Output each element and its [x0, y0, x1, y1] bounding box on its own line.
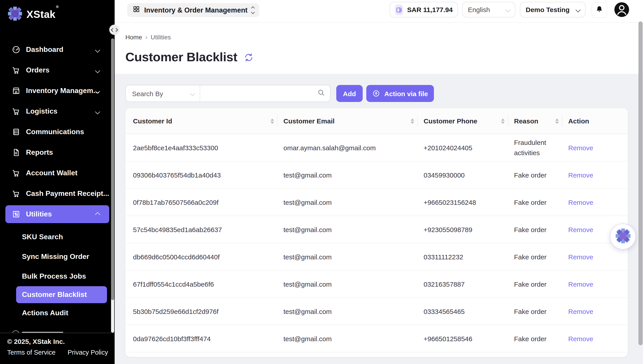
sidebar-scrollbar[interactable]	[111, 38, 114, 333]
table-header-row: Customer Id Customer Email Customer Phon…	[125, 108, 628, 134]
breadcrumb-separator: ›	[145, 33, 147, 41]
workspace-name: Inventory & Order Management	[144, 6, 248, 14]
chevron-down-icon	[96, 87, 99, 95]
sidebar-scrollbar-thumb[interactable]	[111, 38, 114, 300]
toolbar: Search By Add Action via file	[125, 85, 434, 102]
sidebar-item-utilities[interactable]: Utilities	[5, 205, 109, 223]
language-selector[interactable]: English	[462, 2, 515, 18]
subitem-label: Actions Audit	[22, 309, 68, 317]
cell-reason: Fake order	[508, 325, 562, 352]
cell-customer-id: 57c54bc49835ed1a6ab26637	[125, 216, 277, 243]
column-header-action: Action	[562, 108, 628, 134]
sidebar: XStak® Dashboard Orders	[0, 0, 115, 364]
page-scrollbar-thumb[interactable]	[638, 22, 642, 345]
chevron-down-icon	[96, 107, 99, 115]
action-via-file-button[interactable]: Action via file	[366, 85, 434, 102]
refresh-icon[interactable]	[244, 52, 254, 62]
wallet-balance[interactable]: SAR 11,177.94	[389, 2, 458, 18]
sort-icon[interactable]	[411, 118, 414, 124]
breadcrumb-home[interactable]: Home	[125, 33, 142, 40]
column-header-customer-id[interactable]: Customer Id	[125, 108, 277, 134]
sidebar-item-label: Logistics	[26, 107, 57, 115]
upload-icon	[372, 90, 380, 98]
sidebar-subitem-actions-audit[interactable]: Actions Audit	[0, 303, 115, 323]
column-label: Customer Phone	[423, 117, 477, 125]
remove-link[interactable]: Remove	[568, 279, 593, 289]
sidebar-item-label: Communications	[26, 128, 84, 136]
cart-icon	[12, 66, 21, 75]
bell-icon	[595, 5, 603, 15]
remove-link[interactable]: Remove	[568, 252, 593, 262]
sort-icon[interactable]	[271, 118, 274, 124]
notifications-button[interactable]	[591, 2, 607, 18]
sidebar-item-account-wallet[interactable]: Account Wallet	[0, 163, 115, 183]
sidebar-nav: Dashboard Orders Inventory Managem...	[0, 39, 115, 323]
chevron-up-icon	[96, 210, 99, 218]
chevron-right-icon	[114, 28, 118, 32]
column-label: Reason	[514, 117, 538, 125]
search-icon[interactable]	[317, 88, 325, 98]
table-row: 2ae5bf8ce1e4aaf333c53300 omar.ayman.sala…	[125, 134, 628, 162]
remove-link[interactable]: Remove	[568, 333, 593, 344]
cell-customer-phone: +966501258546	[417, 325, 508, 352]
user-avatar[interactable]	[614, 2, 629, 17]
cell-customer-phone: +201024024405	[417, 134, 508, 161]
sidebar-item-reports[interactable]: Reports	[0, 142, 115, 163]
cell-customer-phone: 03311112232	[417, 243, 508, 270]
cell-customer-id: db669d6c05004ccd6d60440f	[125, 243, 277, 270]
sidebar-item-cash-payment-receipt[interactable]: Cash Payment Receipt...	[0, 183, 115, 204]
cell-reason: Fraudulent activities	[508, 134, 562, 161]
page-scrollbar[interactable]	[638, 22, 642, 345]
search-by-label: Search By	[132, 90, 163, 97]
column-divider	[562, 115, 562, 127]
main-content: Inventory & Order Management SAR 11,177.…	[115, 0, 643, 364]
column-header-customer-phone[interactable]: Customer Phone	[417, 108, 508, 134]
remove-link[interactable]: Remove	[568, 306, 593, 316]
app-viewport: XStak® Dashboard Orders	[0, 0, 643, 364]
sidebar-item-communications[interactable]: Communications	[0, 122, 115, 142]
sidebar-subitem-sync-missing-order[interactable]: Sync Missing Order	[0, 247, 115, 266]
breadcrumb-current: Utilities	[151, 33, 171, 40]
sidebar-collapse-toggle[interactable]	[109, 24, 120, 35]
table-row: 5b30b75d259e66d1cf2d976f test@gmail.com …	[125, 298, 628, 325]
sidebar-subitem-customer-blacklist[interactable]: Customer Blacklist	[16, 286, 107, 303]
sort-icon[interactable]	[501, 118, 505, 124]
terms-of-service-link[interactable]: Terms of Service	[7, 349, 56, 356]
search-input[interactable]	[205, 85, 317, 102]
table-row: 09306b403765f54db1a40d43 test@gmail.com …	[125, 162, 628, 189]
remove-link[interactable]: Remove	[568, 197, 593, 207]
privacy-policy-link[interactable]: Privacy Policy	[68, 349, 108, 356]
cell-reason: Fake order	[508, 270, 562, 297]
sort-icon[interactable]	[555, 118, 559, 124]
chat-widget-button[interactable]	[610, 224, 636, 250]
table-row: db669d6c05004ccd6d60440f test@gmail.com …	[125, 243, 628, 270]
subitem-label: SKU Search	[22, 233, 63, 241]
column-header-reason[interactable]: Reason	[508, 108, 562, 134]
column-header-customer-email[interactable]: Customer Email	[277, 108, 417, 134]
sidebar-item-inventory-management[interactable]: Inventory Managem...	[0, 80, 115, 101]
wallet-amount: SAR 11,177.94	[407, 6, 453, 14]
search-input-wrap	[200, 86, 330, 102]
brand-logo[interactable]: XStak®	[0, 0, 115, 23]
column-divider	[508, 115, 508, 127]
sidebar-item-logistics[interactable]: Logistics	[0, 101, 115, 122]
sidebar-item-dashboard[interactable]: Dashboard	[0, 39, 115, 60]
remove-link[interactable]: Remove	[568, 142, 593, 153]
search-by-select[interactable]: Search By	[126, 86, 200, 102]
sidebar-item-label: Inventory Managem...	[26, 87, 99, 95]
chevron-down-icon	[576, 7, 581, 12]
language-value: English	[468, 6, 490, 14]
remove-link[interactable]: Remove	[568, 224, 593, 234]
sidebar-subitem-bulk-process-jobs[interactable]: Bulk Process Jobs	[0, 266, 115, 286]
cell-customer-id: 2ae5bf8ce1e4aaf333c53300	[125, 134, 277, 161]
remove-link[interactable]: Remove	[568, 170, 593, 180]
sidebar-item-orders[interactable]: Orders	[0, 60, 115, 80]
xstak-logo-icon	[614, 228, 631, 246]
cell-customer-id: 0da97626cd10bf3ff3fff474	[125, 325, 277, 352]
wallet-icon	[395, 4, 403, 15]
add-button[interactable]: Add	[336, 85, 363, 102]
sidebar-subitem-sku-search[interactable]: SKU Search	[0, 227, 115, 247]
store-selector[interactable]: Demo Testing	[520, 2, 586, 18]
cell-reason: Fake order	[508, 243, 562, 270]
workspace-selector[interactable]: Inventory & Order Management	[127, 3, 260, 17]
